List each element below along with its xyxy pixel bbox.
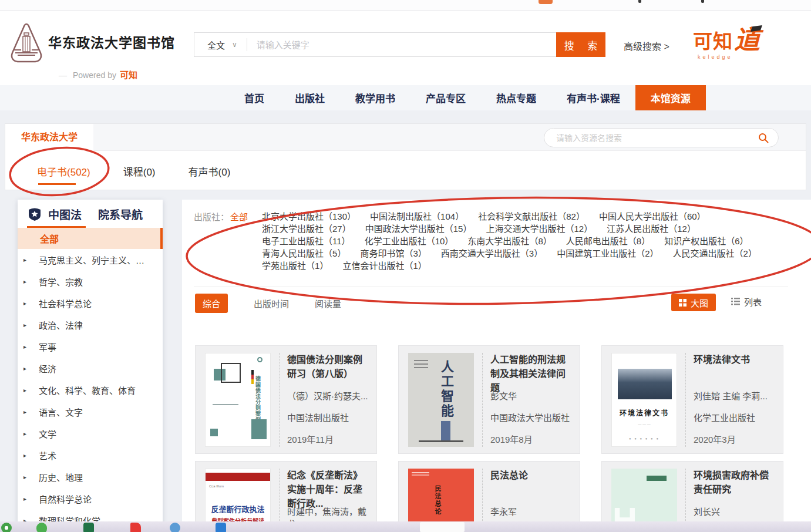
taskbar-app-icon[interactable]: [130, 523, 141, 532]
chevron-right-icon: ▸: [23, 409, 34, 415]
book-author: （德）汉斯·约瑟夫...: [287, 389, 368, 402]
publisher-link[interactable]: 东南大学出版社8: [467, 235, 551, 247]
publisher-link[interactable]: 浙江大学出版社27: [262, 223, 351, 235]
tab-department-nav[interactable]: 院系导航: [98, 206, 143, 222]
nav-item[interactable]: 有声书·课程: [551, 85, 635, 110]
sort-option[interactable]: 综合: [195, 294, 228, 313]
publisher-link[interactable]: 人民交通出版社2: [673, 247, 757, 260]
chevron-right-icon: ▸: [23, 430, 34, 437]
chevron-right-icon: ▸: [23, 452, 34, 459]
publisher-link[interactable]: 商务印书馆3: [360, 247, 426, 260]
nav-item[interactable]: 本馆资源: [635, 85, 706, 110]
nav-item[interactable]: 热点专题: [481, 85, 551, 110]
nav-item[interactable]: 首页: [229, 85, 280, 110]
publisher-link[interactable]: 西南交通大学出版社3: [441, 247, 543, 260]
category-item[interactable]: ▸马克思主义、列宁主义、毛...: [18, 249, 163, 271]
graduation-cap-icon: [751, 25, 762, 32]
search-input[interactable]: [247, 40, 556, 50]
book-cover: 人工智能: [408, 353, 474, 447]
sort-option[interactable]: 出版时间: [254, 297, 289, 309]
category-sidebar: 中图法 院系导航 ▸全部▸马克思主义、列宁主义、毛...▸哲学、宗教▸社会科学总…: [18, 200, 163, 532]
category-item[interactable]: ▸哲学、宗教: [18, 271, 163, 292]
german-flag-mark: [251, 370, 254, 384]
taskbar-app-icon[interactable]: [216, 523, 226, 532]
chevron-right-icon: ▸: [23, 278, 34, 285]
resource-type-tab[interactable]: 课程0: [123, 164, 156, 179]
book-grid: 德国债法分则案例研习 德国债法分则案例研习（第八版） （德）汉斯·约瑟夫... …: [195, 345, 806, 532]
view-large-button[interactable]: 大图: [671, 294, 716, 311]
category-item[interactable]: ▸语言、文字: [18, 401, 163, 423]
publisher-link[interactable]: 中国法制出版社104: [370, 210, 464, 223]
category-item[interactable]: ▸政治、法律: [18, 314, 163, 336]
book-title: 德国债法分则案例研习（第八版）: [287, 353, 371, 381]
chevron-right-icon: ▸: [23, 387, 34, 393]
active-tab-underline: [27, 226, 86, 228]
publisher-link[interactable]: 中国建筑工业出版社2: [557, 247, 658, 260]
search-icon[interactable]: [758, 133, 769, 143]
category-item[interactable]: ▸全部: [18, 228, 163, 249]
category-item[interactable]: ▸艺术: [18, 445, 163, 466]
nav-item[interactable]: 出版社: [280, 85, 340, 110]
browser-edge-strip: [0, 0, 811, 11]
sidebar-header: 中图法 院系导航: [18, 200, 163, 228]
publisher-link[interactable]: 学苑出版社1: [262, 260, 328, 272]
resource-type-tabs: 电子书502课程0有声书0: [5, 151, 806, 179]
book-author: 李永军: [490, 505, 517, 517]
book-date: 2019年11月: [287, 433, 334, 445]
publisher-link[interactable]: 立信会计出版社1: [342, 260, 426, 272]
chevron-right-icon: ▸: [23, 344, 34, 350]
publisher-link[interactable]: 江苏人民出版社12: [607, 223, 696, 235]
search-scope-dropdown[interactable]: 全文 ∨: [194, 39, 247, 51]
publisher-link[interactable]: 人民邮电出版社8: [566, 235, 650, 247]
category-item[interactable]: ▸社会科学总论: [18, 292, 163, 314]
book-author: 刘长兴: [694, 505, 720, 517]
powered-by: —Powered by可知: [59, 68, 137, 80]
resource-type-tab[interactable]: 有声书0: [189, 164, 231, 179]
category-item[interactable]: ▸军事: [18, 336, 163, 358]
category-item[interactable]: ▸经济: [18, 358, 163, 379]
resource-type-tab[interactable]: 电子书502: [37, 164, 90, 179]
book-card[interactable]: 德国债法分则案例研习 德国债法分则案例研习（第八版） （德）汉斯·约瑟夫... …: [195, 345, 377, 454]
tab-clc[interactable]: 中图法: [48, 206, 82, 222]
publisher-link[interactable]: 化学工业出版社10: [365, 235, 454, 247]
search-button[interactable]: 搜 索: [556, 32, 605, 57]
browser-control-fragment: [701, 0, 704, 3]
taskbar-app-icon[interactable]: [83, 523, 94, 532]
sort-option[interactable]: 阅读量: [315, 297, 341, 309]
resource-search-input[interactable]: [544, 133, 758, 143]
taskbar-app-icon[interactable]: [170, 523, 180, 532]
taskbar-window-fragment[interactable]: [420, 522, 465, 532]
publisher-link[interactable]: 青海人民出版社5: [262, 247, 346, 260]
publisher-filter-label: 出版社：: [194, 210, 229, 223]
advanced-search-link[interactable]: 高级搜索 >: [624, 39, 669, 53]
publisher-link[interactable]: 中国人民大学出版社60: [599, 210, 706, 223]
publisher-link[interactable]: 社会科学文献出版社82: [478, 210, 585, 223]
nav-item[interactable]: 产品专区: [410, 85, 481, 110]
book-date: 2020年3月: [694, 433, 736, 445]
publisher-link[interactable]: 电子工业出版社11: [262, 235, 351, 247]
category-item[interactable]: ▸文学: [18, 423, 163, 445]
navigation-shield-icon: [27, 206, 42, 221]
view-list-button[interactable]: 列表: [731, 295, 762, 308]
sort-bar: 综合出版时间阅读量: [195, 294, 341, 313]
publisher-link[interactable]: 中国政法大学出版社15: [365, 223, 472, 235]
mountain-photo: [618, 369, 672, 399]
org-tab[interactable]: 华东政法大学: [5, 124, 93, 151]
publisher-link[interactable]: 上海交通大学出版社12: [486, 223, 593, 235]
os-taskbar: [0, 521, 811, 532]
taskbar-app-icon[interactable]: [1, 523, 12, 532]
book-card[interactable]: 环境法律文书 — — — ● ● ● ● ● ● 环境法律文书 刘佳嫆 主编 李…: [601, 345, 783, 454]
org-tab-row: 华东政法大学: [5, 124, 806, 151]
taskbar-app-icon[interactable]: [36, 523, 47, 532]
publisher-link[interactable]: 知识产权出版社6: [664, 235, 748, 247]
category-item[interactable]: ▸文化、科学、教育、体育: [18, 379, 163, 401]
nav-item[interactable]: 教学用书: [340, 85, 410, 110]
category-item[interactable]: ▸历史、地理: [18, 466, 163, 488]
category-item[interactable]: ▸自然科学总论: [18, 488, 163, 510]
book-author: 刘佳嫆 主编 李莉...: [694, 389, 768, 402]
resource-search-pill: [544, 128, 779, 147]
publisher-link[interactable]: 北京大学出版社130: [262, 210, 356, 223]
publisher-filter-all[interactable]: 全部: [230, 210, 248, 223]
chevron-right-icon: ▸: [23, 300, 34, 307]
book-card[interactable]: 人工智能 人工智能的刑法规制及其相关法律问题 彭文华 中国政法大学出版社 201…: [398, 345, 580, 454]
